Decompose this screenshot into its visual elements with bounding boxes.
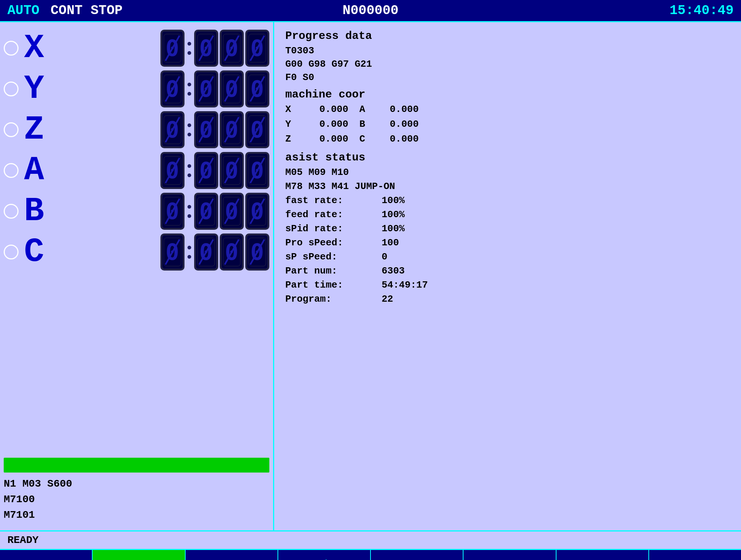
pro-speed-label: Pro sPeed:	[285, 237, 382, 248]
feed-rate-value: 100%	[382, 209, 405, 220]
mode-auto: AUTO	[7, 3, 39, 18]
axis-label-a: A	[24, 154, 57, 187]
coord-val-c: 0.000	[370, 133, 419, 145]
axis-circle-a	[4, 163, 19, 178]
tab-absolute[interactable]: ABSOLUTE	[93, 550, 185, 560]
seg-digit-c3: 0	[245, 233, 269, 271]
seg-digit-z0: 0	[160, 111, 185, 148]
progress-bar	[4, 458, 269, 473]
part-num-row: Part num: 6303	[285, 265, 730, 276]
coord-val-x: 0.000	[300, 104, 348, 115]
nc-line-0: N1 M03 S600	[4, 476, 269, 492]
fast-rate-row: fast rate: 100%	[285, 195, 730, 206]
main-area: X 0 0 0 0 Y 0 0 0 0	[0, 22, 741, 530]
seg-digit-c0: 0	[160, 233, 185, 271]
asist-status-title: asist status	[285, 151, 730, 164]
feed-rate-label: feed rate:	[285, 209, 382, 220]
axis-row-c: C 0 0 0 0	[4, 233, 269, 271]
seg-digit-b2: 0	[220, 193, 244, 230]
coord-axis-x: X	[285, 104, 300, 115]
seg-display-a: 0 0 0 0	[160, 152, 269, 189]
tool-info: T0303	[285, 45, 730, 56]
tab-all[interactable]: ALL	[186, 550, 278, 560]
seg-colon-y	[186, 83, 193, 96]
axis-circle-x	[4, 41, 19, 56]
nc-line-1: M7100	[4, 492, 269, 507]
axis-row-y: Y 0 0 0 0	[4, 70, 269, 107]
seg-digit-y0: 0	[160, 70, 185, 107]
axis-row-x: X 0 0 0 0	[4, 30, 269, 67]
seg-digit-c1: 0	[194, 233, 218, 271]
axis-label-c: C	[24, 235, 57, 269]
seg-digit-b3: 0	[245, 193, 269, 230]
axis-row-a: A 0 0 0 0	[4, 152, 269, 189]
seg-digit-a3: 0	[245, 152, 269, 189]
seg-colon-c	[186, 246, 193, 259]
axis-label-y: Y	[24, 72, 57, 106]
coord-val-a: 0.000	[370, 104, 419, 115]
seg-colon-a	[186, 164, 193, 177]
m-codes-1: M05 M09 M10	[285, 167, 730, 178]
part-time-value: 54:49:17	[382, 279, 428, 291]
seg-display-b: 0 0 0 0	[160, 193, 269, 230]
coord-axis-c: C	[348, 133, 370, 145]
seg-colon-z	[186, 123, 193, 136]
seg-digit-a2: 0	[220, 152, 244, 189]
axis-circle-z	[4, 122, 19, 137]
coord-axis-y: Y	[285, 119, 300, 130]
spid-rate-value: 100%	[382, 223, 405, 234]
tab-relat[interactable]: RELAT	[0, 550, 93, 560]
program-label: Program:	[285, 294, 382, 305]
machine-coor-title: machine coor	[285, 88, 730, 101]
coord-row-z-c: Z 0.000 C 0.000	[285, 133, 730, 145]
left-panel: X 0 0 0 0 Y 0 0 0 0	[0, 22, 274, 530]
g-codes: G00 G98 G97 G21	[285, 59, 730, 70]
seg-colon-x	[186, 42, 193, 55]
seg-digit-z3: 0	[245, 111, 269, 148]
seg-digit-x0: 0	[160, 30, 185, 67]
part-num-value: 6303	[382, 265, 405, 276]
pro-speed-value: 100	[382, 237, 399, 248]
seg-digit-b0: 0	[160, 193, 185, 230]
part-time-row: Part time: 54:49:17	[285, 279, 730, 291]
program-row: Program: 22	[285, 294, 730, 305]
axis-circle-b	[4, 204, 19, 219]
axis-label-b: B	[24, 195, 57, 228]
tab-empty-1[interactable]	[556, 550, 649, 560]
coord-row-y-b: Y 0.000 B 0.000	[285, 119, 730, 130]
coord-axis-b: B	[348, 119, 370, 130]
fast-rate-value: 100%	[382, 195, 405, 206]
status-area: READY	[0, 530, 741, 549]
axis-circle-y	[4, 82, 19, 96]
seg-display-c: 0 0 0 0	[160, 233, 269, 271]
tab-mdi[interactable]: MDI	[371, 550, 463, 560]
axis-row-z: Z 0 0 0 0	[4, 111, 269, 148]
fast-rate-label: fast rate:	[285, 195, 382, 206]
program-number: N000000	[342, 3, 398, 18]
tab-empty-2[interactable]	[649, 550, 741, 560]
tab-trail[interactable]: TRAIL	[463, 550, 556, 560]
coord-val-z: 0.000	[300, 133, 348, 145]
seg-digit-z2: 0	[220, 111, 244, 148]
seg-digit-c2: 0	[220, 233, 244, 271]
coord-row-x-a: X 0.000 A 0.000	[285, 104, 730, 115]
seg-digit-a0: 0	[160, 152, 185, 189]
seg-digit-x1: 0	[194, 30, 218, 67]
pro-speed-row: Pro sPeed: 100	[285, 237, 730, 248]
bottom-tab-bar: RELAT ABSOLUTE ALL STEP/CONT MDI TRAIL	[0, 549, 741, 560]
seg-display-z: 0 0 0 0	[160, 111, 269, 148]
right-panel: Progress data T0303 G00 G98 G97 G21 F0 S…	[274, 22, 741, 530]
axis-area: X 0 0 0 0 Y 0 0 0 0	[4, 30, 269, 452]
coord-val-b: 0.000	[370, 119, 419, 130]
spid-rate-row: sPid rate: 100%	[285, 223, 730, 234]
coord-val-y: 0.000	[300, 119, 348, 130]
seg-digit-z1: 0	[194, 111, 218, 148]
spid-rate-label: sPid rate:	[285, 223, 382, 234]
progress-data-title: Progress data	[285, 30, 730, 42]
seg-colon-b	[186, 205, 193, 218]
coord-axis-a: A	[348, 104, 370, 115]
seg-digit-y3: 0	[245, 70, 269, 107]
tab-step-cont[interactable]: STEP/CONT	[278, 550, 371, 560]
axis-label-x: X	[24, 32, 57, 65]
m-codes-2: M78 M33 M41 JUMP-ON	[285, 181, 730, 192]
